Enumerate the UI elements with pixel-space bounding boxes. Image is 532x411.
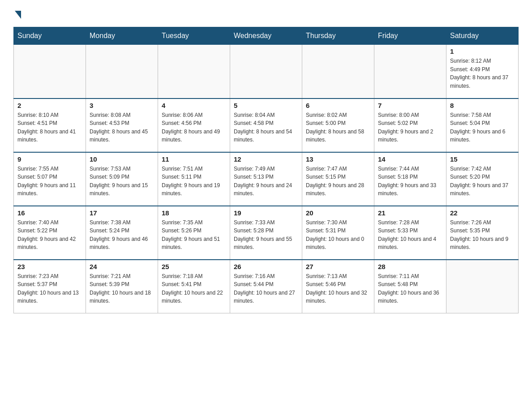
day-info: Sunrise: 7:11 AMSunset: 5:48 PMDaylight:… — [378, 272, 442, 305]
calendar-cell: 3Sunrise: 8:08 AMSunset: 4:53 PMDaylight… — [86, 98, 158, 152]
weekday-header-tuesday: Tuesday — [158, 27, 230, 45]
calendar-cell — [86, 45, 158, 98]
calendar-cell — [158, 45, 230, 98]
calendar-cell: 12Sunrise: 7:49 AMSunset: 5:13 PMDayligh… — [230, 152, 302, 206]
calendar-cell: 15Sunrise: 7:42 AMSunset: 5:20 PMDayligh… — [446, 152, 519, 206]
day-number: 5 — [234, 102, 298, 109]
day-info: Sunrise: 7:42 AMSunset: 5:20 PMDaylight:… — [450, 165, 515, 198]
weekday-header-wednesday: Wednesday — [230, 27, 302, 45]
day-info: Sunrise: 7:38 AMSunset: 5:24 PMDaylight:… — [90, 218, 154, 252]
day-info: Sunrise: 7:44 AMSunset: 5:18 PMDaylight:… — [378, 165, 442, 198]
day-number: 15 — [450, 155, 515, 163]
day-number: 8 — [450, 102, 515, 109]
calendar-header-row: SundayMondayTuesdayWednesdayThursdayFrid… — [14, 27, 519, 45]
weekday-header-friday: Friday — [374, 27, 446, 45]
calendar-cell — [302, 45, 374, 98]
day-number: 23 — [17, 263, 82, 270]
day-info: Sunrise: 7:30 AMSunset: 5:31 PMDaylight:… — [306, 218, 370, 252]
day-number: 12 — [234, 155, 298, 163]
calendar-cell: 28Sunrise: 7:11 AMSunset: 5:48 PMDayligh… — [374, 260, 446, 313]
day-number: 20 — [306, 209, 370, 217]
day-info: Sunrise: 7:21 AMSunset: 5:39 PMDaylight:… — [90, 272, 154, 305]
day-number: 6 — [306, 102, 370, 109]
day-number: 21 — [378, 209, 442, 217]
calendar-cell: 6Sunrise: 8:02 AMSunset: 5:00 PMDaylight… — [302, 98, 374, 152]
day-info: Sunrise: 7:33 AMSunset: 5:28 PMDaylight:… — [234, 218, 298, 252]
day-number: 27 — [306, 263, 370, 270]
calendar-cell: 23Sunrise: 7:23 AMSunset: 5:37 PMDayligh… — [14, 260, 86, 313]
day-info: Sunrise: 7:51 AMSunset: 5:11 PMDaylight:… — [162, 165, 226, 198]
day-info: Sunrise: 8:00 AMSunset: 5:02 PMDaylight:… — [378, 111, 442, 144]
day-info: Sunrise: 7:13 AMSunset: 5:46 PMDaylight:… — [306, 272, 370, 305]
day-number: 2 — [17, 102, 82, 109]
calendar-cell: 19Sunrise: 7:33 AMSunset: 5:28 PMDayligh… — [230, 206, 302, 260]
day-info: Sunrise: 7:23 AMSunset: 5:37 PMDaylight:… — [17, 272, 82, 305]
calendar-week-4: 16Sunrise: 7:40 AMSunset: 5:22 PMDayligh… — [14, 206, 519, 260]
day-info: Sunrise: 7:26 AMSunset: 5:35 PMDaylight:… — [450, 218, 515, 252]
day-number: 4 — [162, 102, 226, 109]
calendar-cell: 8Sunrise: 7:58 AMSunset: 5:04 PMDaylight… — [446, 98, 519, 152]
day-info: Sunrise: 8:10 AMSunset: 4:51 PMDaylight:… — [17, 111, 82, 144]
calendar-cell — [374, 45, 446, 98]
day-info: Sunrise: 7:47 AMSunset: 5:15 PMDaylight:… — [306, 165, 370, 198]
weekday-header-saturday: Saturday — [446, 27, 519, 45]
day-number: 26 — [234, 263, 298, 270]
day-number: 24 — [90, 263, 154, 270]
calendar-cell: 1Sunrise: 8:12 AMSunset: 4:49 PMDaylight… — [446, 45, 519, 98]
page-header — [13, 9, 519, 19]
day-number: 22 — [450, 209, 515, 217]
calendar-cell: 21Sunrise: 7:28 AMSunset: 5:33 PMDayligh… — [374, 206, 446, 260]
calendar-cell: 2Sunrise: 8:10 AMSunset: 4:51 PMDaylight… — [14, 98, 86, 152]
calendar-cell: 5Sunrise: 8:04 AMSunset: 4:58 PMDaylight… — [230, 98, 302, 152]
day-info: Sunrise: 8:08 AMSunset: 4:53 PMDaylight:… — [90, 111, 154, 144]
day-number: 1 — [450, 47, 515, 55]
logo — [13, 9, 21, 19]
day-info: Sunrise: 8:04 AMSunset: 4:58 PMDaylight:… — [234, 111, 298, 144]
day-info: Sunrise: 7:35 AMSunset: 5:26 PMDaylight:… — [162, 218, 226, 252]
calendar-week-2: 2Sunrise: 8:10 AMSunset: 4:51 PMDaylight… — [14, 98, 519, 152]
day-info: Sunrise: 7:40 AMSunset: 5:22 PMDaylight:… — [17, 218, 82, 252]
day-info: Sunrise: 7:53 AMSunset: 5:09 PMDaylight:… — [90, 165, 154, 198]
calendar-cell: 27Sunrise: 7:13 AMSunset: 5:46 PMDayligh… — [302, 260, 374, 313]
weekday-header-thursday: Thursday — [302, 27, 374, 45]
day-number: 18 — [162, 209, 226, 217]
day-number: 13 — [306, 155, 370, 163]
calendar-cell: 14Sunrise: 7:44 AMSunset: 5:18 PMDayligh… — [374, 152, 446, 206]
day-number: 17 — [90, 209, 154, 217]
day-number: 7 — [378, 102, 442, 109]
calendar-cell: 22Sunrise: 7:26 AMSunset: 5:35 PMDayligh… — [446, 206, 519, 260]
calendar-table: SundayMondayTuesdayWednesdayThursdayFrid… — [13, 27, 519, 313]
calendar-cell: 11Sunrise: 7:51 AMSunset: 5:11 PMDayligh… — [158, 152, 230, 206]
day-number: 25 — [162, 263, 226, 270]
calendar-cell — [14, 45, 86, 98]
day-info: Sunrise: 8:02 AMSunset: 5:00 PMDaylight:… — [306, 111, 370, 144]
calendar-week-1: 1Sunrise: 8:12 AMSunset: 4:49 PMDaylight… — [14, 45, 519, 98]
calendar-cell: 13Sunrise: 7:47 AMSunset: 5:15 PMDayligh… — [302, 152, 374, 206]
day-info: Sunrise: 7:18 AMSunset: 5:41 PMDaylight:… — [162, 272, 226, 305]
calendar-cell: 18Sunrise: 7:35 AMSunset: 5:26 PMDayligh… — [158, 206, 230, 260]
calendar-cell: 4Sunrise: 8:06 AMSunset: 4:56 PMDaylight… — [158, 98, 230, 152]
day-number: 3 — [90, 102, 154, 109]
weekday-header-sunday: Sunday — [14, 27, 86, 45]
day-number: 11 — [162, 155, 226, 163]
calendar-cell: 24Sunrise: 7:21 AMSunset: 5:39 PMDayligh… — [86, 260, 158, 313]
day-info: Sunrise: 7:49 AMSunset: 5:13 PMDaylight:… — [234, 165, 298, 198]
calendar-cell: 17Sunrise: 7:38 AMSunset: 5:24 PMDayligh… — [86, 206, 158, 260]
day-number: 10 — [90, 155, 154, 163]
calendar-cell: 9Sunrise: 7:55 AMSunset: 5:07 PMDaylight… — [14, 152, 86, 206]
calendar-cell: 7Sunrise: 8:00 AMSunset: 5:02 PMDaylight… — [374, 98, 446, 152]
calendar-cell: 25Sunrise: 7:18 AMSunset: 5:41 PMDayligh… — [158, 260, 230, 313]
day-info: Sunrise: 8:12 AMSunset: 4:49 PMDaylight:… — [450, 57, 515, 90]
day-info: Sunrise: 7:16 AMSunset: 5:44 PMDaylight:… — [234, 272, 298, 305]
calendar-week-3: 9Sunrise: 7:55 AMSunset: 5:07 PMDaylight… — [14, 152, 519, 206]
day-number: 14 — [378, 155, 442, 163]
weekday-header-monday: Monday — [86, 27, 158, 45]
logo-arrow-icon — [15, 11, 21, 19]
day-number: 19 — [234, 209, 298, 217]
calendar-cell: 10Sunrise: 7:53 AMSunset: 5:09 PMDayligh… — [86, 152, 158, 206]
calendar-cell: 16Sunrise: 7:40 AMSunset: 5:22 PMDayligh… — [14, 206, 86, 260]
calendar-cell — [230, 45, 302, 98]
calendar-cell: 20Sunrise: 7:30 AMSunset: 5:31 PMDayligh… — [302, 206, 374, 260]
day-number: 28 — [378, 263, 442, 270]
day-info: Sunrise: 7:28 AMSunset: 5:33 PMDaylight:… — [378, 218, 442, 252]
